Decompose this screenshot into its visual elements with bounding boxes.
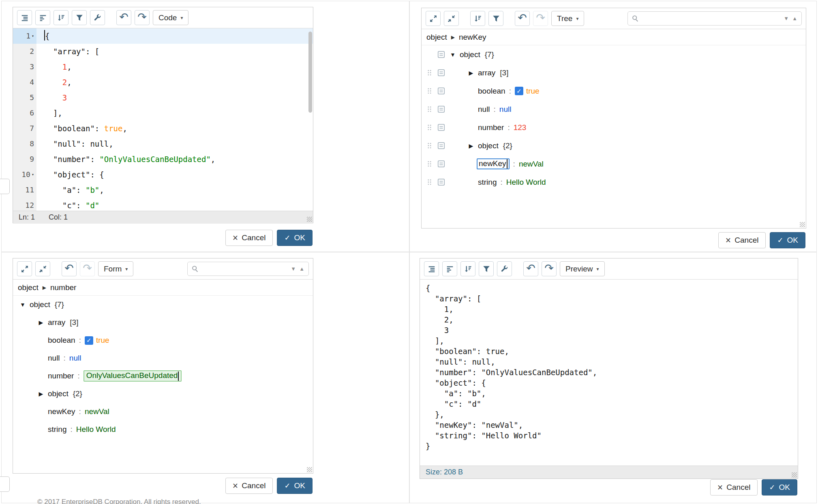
breadcrumb-current[interactable]: newKey	[459, 33, 486, 42]
row-menu-button[interactable]	[437, 159, 446, 169]
compact-button[interactable]	[35, 10, 50, 25]
field-name[interactable]: number	[48, 372, 74, 380]
resize-grip[interactable]	[792, 472, 797, 478]
transform-button[interactable]	[90, 10, 105, 25]
expand-all-button[interactable]	[426, 11, 441, 26]
field-value[interactable]: true	[96, 336, 109, 345]
field-value[interactable]: OnlyValuesCanBeUpdated	[84, 370, 182, 381]
undo-button[interactable]: ↶	[523, 261, 538, 276]
boolean-checkbox[interactable]: ✓	[515, 87, 523, 95]
drag-handle-icon[interactable]	[425, 160, 434, 167]
cancel-button[interactable]: × Cancel	[225, 230, 273, 246]
resize-grip[interactable]	[800, 222, 805, 227]
drag-handle-icon[interactable]	[425, 124, 434, 131]
triangle-right-icon[interactable]: ▶	[467, 143, 475, 149]
triangle-down-icon[interactable]: ▼	[449, 51, 457, 58]
mode-dropdown-form[interactable]: Form ▾	[98, 261, 133, 276]
field-name[interactable]: object	[478, 141, 499, 150]
field-name[interactable]: string	[478, 178, 497, 187]
triangle-right-icon[interactable]: ▶	[467, 70, 475, 76]
ok-button[interactable]: ✓ OK	[762, 479, 797, 495]
drag-handle-icon[interactable]	[425, 106, 434, 113]
drag-handle-icon[interactable]	[425, 142, 434, 149]
compact-button[interactable]	[442, 261, 457, 276]
field-name[interactable]: newKey	[477, 158, 510, 169]
field-name[interactable]: newKey	[48, 407, 75, 416]
filter-button[interactable]	[479, 261, 494, 276]
field-name[interactable]: object	[48, 389, 69, 398]
field-value[interactable]: newVal	[519, 160, 544, 169]
redo-button[interactable]: ↷	[542, 261, 557, 276]
ok-button[interactable]: ✓ OK	[770, 232, 805, 248]
ok-button[interactable]: ✓ OK	[277, 478, 313, 494]
field-name[interactable]: number	[478, 123, 504, 132]
field-name[interactable]: object	[30, 300, 50, 309]
field-value[interactable]: Hello World	[76, 425, 116, 434]
field-value[interactable]: null	[69, 354, 81, 363]
mode-dropdown-code[interactable]: Code ▾	[153, 10, 188, 25]
fold-arrow-icon[interactable]: ▾	[32, 167, 34, 182]
breadcrumb-current[interactable]: number	[50, 283, 76, 292]
field-name[interactable]: array	[48, 318, 65, 327]
resize-grip[interactable]	[307, 217, 312, 222]
row-menu-button[interactable]	[437, 86, 446, 96]
drag-handle-icon[interactable]	[425, 69, 434, 76]
filter-button[interactable]	[72, 10, 87, 25]
search-prev-icon[interactable]: ▲	[792, 15, 797, 21]
boolean-checkbox[interactable]: ✓	[85, 336, 93, 345]
cancel-button[interactable]: × Cancel	[225, 478, 273, 494]
search-prev-icon[interactable]: ▲	[299, 266, 304, 272]
row-menu-button[interactable]	[437, 177, 446, 187]
triangle-right-icon[interactable]: ▶	[37, 319, 45, 326]
undo-button[interactable]: ↶	[62, 261, 77, 276]
scrollbar-thumb[interactable]	[308, 32, 312, 113]
vertical-scrollbar[interactable]	[308, 29, 312, 210]
filter-button[interactable]	[488, 11, 503, 26]
row-menu-button[interactable]	[437, 68, 446, 77]
undo-button[interactable]: ↶	[116, 10, 131, 25]
triangle-right-icon[interactable]: ▶	[37, 391, 45, 397]
resize-grip[interactable]	[307, 467, 312, 472]
field-value[interactable]: null	[499, 105, 512, 114]
mode-dropdown-preview[interactable]: Preview ▾	[560, 261, 605, 276]
breadcrumb-root[interactable]: object	[18, 283, 39, 292]
triangle-down-icon[interactable]: ▼	[19, 301, 27, 308]
redo-button[interactable]: ↷	[533, 11, 548, 26]
field-value[interactable]: true	[526, 87, 540, 96]
mode-dropdown-tree[interactable]: Tree ▾	[551, 11, 584, 26]
field-name[interactable]: object	[460, 50, 480, 59]
expand-all-button[interactable]	[17, 261, 32, 276]
undo-button[interactable]: ↶	[515, 11, 530, 26]
field-value[interactable]: newVal	[85, 407, 109, 416]
field-value[interactable]: 123	[514, 123, 527, 132]
drag-handle-icon[interactable]	[425, 88, 434, 94]
search-input[interactable]	[202, 264, 287, 273]
search-next-icon[interactable]: ▼	[291, 266, 296, 272]
row-menu-button[interactable]	[437, 123, 446, 132]
field-name[interactable]: boolean	[478, 87, 505, 96]
field-value[interactable]: Hello World	[506, 178, 546, 187]
row-menu-button[interactable]	[437, 50, 446, 59]
drag-handle-icon[interactable]	[425, 179, 434, 186]
ok-button[interactable]: ✓ OK	[277, 230, 313, 246]
cancel-button[interactable]: × Cancel	[710, 479, 758, 495]
search-input[interactable]	[642, 14, 780, 23]
transform-button[interactable]	[497, 261, 512, 276]
search-next-icon[interactable]: ▼	[784, 15, 789, 21]
collapse-all-button[interactable]	[35, 261, 50, 276]
sort-button[interactable]	[470, 11, 485, 26]
format-button[interactable]	[17, 10, 32, 25]
breadcrumb-root[interactable]: object	[426, 33, 447, 42]
cancel-button[interactable]: × Cancel	[718, 232, 766, 248]
format-button[interactable]	[424, 261, 439, 276]
collapse-all-button[interactable]	[444, 11, 459, 26]
redo-button[interactable]: ↷	[80, 261, 95, 276]
row-menu-button[interactable]	[437, 141, 446, 150]
row-menu-button[interactable]	[437, 105, 446, 114]
field-name[interactable]: null	[478, 105, 490, 114]
field-name[interactable]: null	[48, 354, 60, 363]
code-editor-area[interactable]: 1▾{2 "array": [3 1,4 2,5 36 ],7 "boolean…	[13, 28, 313, 211]
fold-arrow-icon[interactable]: ▾	[32, 28, 34, 44]
redo-button[interactable]: ↷	[135, 10, 150, 25]
field-name[interactable]: boolean	[48, 336, 75, 345]
